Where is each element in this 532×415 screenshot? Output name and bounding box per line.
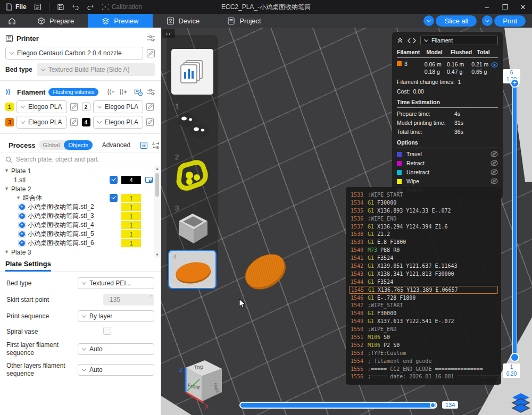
- edit-filament-4-icon[interactable]: [146, 118, 154, 126]
- print-options-button[interactable]: [482, 15, 493, 26]
- skirt-start-input[interactable]: -135°: [103, 294, 154, 306]
- add-filament-icon[interactable]: [119, 88, 127, 96]
- tree-item-stl6[interactable]: +小鸡桌面收纳笔筒.stl_61: [0, 239, 161, 248]
- tree-item-stl3[interactable]: +小鸡桌面收纳笔筒.stl_31: [0, 211, 161, 221]
- edit-filament-3-icon[interactable]: [70, 118, 78, 126]
- gcode-panel[interactable]: 1533;WIPE_START 1534G1F30000 1535G1X136.…: [346, 187, 501, 385]
- filament-badge[interactable]: 1: [121, 239, 141, 247]
- first-layer-seq-select[interactable]: Auto: [78, 343, 154, 355]
- filament-badge[interactable]: 1: [121, 203, 141, 211]
- minimize-button[interactable]: –: [478, 0, 496, 14]
- tree-plate-2[interactable]: ▼Plate 2: [0, 184, 161, 193]
- printer-settings-icon[interactable]: [147, 35, 155, 42]
- filament-sync-icon[interactable]: [134, 88, 143, 96]
- checkbox-checked[interactable]: [110, 176, 118, 184]
- layer-slider-bottom-handle[interactable]: [510, 353, 519, 362]
- gcode-view-icon[interactable]: [408, 38, 416, 44]
- search-input[interactable]: [16, 156, 155, 163]
- collapse-panel-icon[interactable]: [397, 37, 403, 44]
- plate-bed-type-select[interactable]: Textured PEI...: [78, 277, 154, 289]
- filament-1-select[interactable]: Elegoo PLA: [16, 100, 67, 113]
- plate-3-thumbnail[interactable]: 3: [171, 202, 213, 248]
- plate-1-thumbnail[interactable]: 1: [171, 100, 213, 146]
- collapse-arrow-icon[interactable]: ▼: [16, 196, 21, 200]
- filament-2-swatch[interactable]: 2: [82, 103, 90, 111]
- tab-prepare[interactable]: Prepare: [23, 14, 88, 28]
- filament-3-swatch[interactable]: 3: [5, 118, 14, 126]
- redo-icon[interactable]: [87, 3, 94, 11]
- filament-4-select[interactable]: Elegoo PLA: [93, 116, 144, 129]
- tree-plate-1[interactable]: ▼Plate 1: [0, 166, 161, 175]
- scope-objects[interactable]: Objects: [64, 140, 92, 150]
- tree-item-stl2[interactable]: +小鸡桌面收纳笔筒.stl_21: [0, 202, 161, 211]
- print-sequence-select[interactable]: By layer: [78, 310, 154, 322]
- remove-filament-icon[interactable]: [106, 88, 115, 96]
- filament-badge[interactable]: 1: [121, 194, 141, 202]
- tree-group[interactable]: ▼组合体 1: [0, 193, 161, 202]
- slice-options-button[interactable]: [423, 15, 434, 26]
- move-slider-track[interactable]: [239, 402, 437, 409]
- eye-hidden-icon[interactable]: [491, 169, 498, 175]
- filament-badge[interactable]: 1: [121, 212, 141, 220]
- tree-item-1stl[interactable]: 1.stl 4: [0, 175, 161, 184]
- eye-hidden-icon[interactable]: [491, 151, 498, 157]
- maximize-button[interactable]: ❐: [496, 0, 514, 14]
- eye-visible-icon[interactable]: [491, 62, 498, 68]
- compare-ab-icon[interactable]: AB: [152, 141, 161, 149]
- filament-badge[interactable]: 1: [121, 221, 141, 229]
- filament-4-swatch[interactable]: 4: [82, 118, 90, 126]
- print-button[interactable]: Print: [494, 15, 526, 27]
- tab-preview[interactable]: Preview: [88, 14, 152, 28]
- eye-hidden-icon[interactable]: [491, 178, 498, 184]
- scroll-thumb[interactable]: [155, 173, 159, 197]
- filament-1-swatch[interactable]: 1: [5, 103, 14, 111]
- printer-select[interactable]: Elegoo Centauri Carbon 2 0.4 nozzle: [5, 47, 143, 60]
- collapse-arrow-icon[interactable]: ▼: [4, 250, 9, 255]
- edit-filament-1-icon[interactable]: [70, 103, 78, 111]
- collapse-arrow-icon[interactable]: ▼: [4, 187, 9, 191]
- move-slider-handle[interactable]: [430, 402, 436, 408]
- checkbox-checked[interactable]: [110, 194, 118, 202]
- model-object-orange[interactable]: [236, 244, 294, 298]
- slice-all-button[interactable]: Slice all: [436, 15, 477, 27]
- spiral-vase-checkbox[interactable]: [103, 327, 111, 335]
- edit-filament-2-icon[interactable]: [146, 103, 154, 111]
- filament-3-select[interactable]: Elegoo PLA: [16, 116, 67, 129]
- filament-badge[interactable]: 1: [121, 230, 141, 238]
- layer-slider-top-handle[interactable]: +: [510, 79, 519, 88]
- scroll-down-icon[interactable]: ▼: [155, 252, 160, 258]
- tab-project[interactable]: Project: [213, 14, 275, 28]
- undo-icon[interactable]: [72, 3, 79, 11]
- all-plates-thumbnail[interactable]: [171, 49, 213, 95]
- scroll-up-icon[interactable]: ▲: [155, 166, 160, 172]
- tree-item-stl4[interactable]: +小鸡桌面收纳笔筒.stl_41: [0, 221, 161, 230]
- tree-item-stl5[interactable]: +小鸡桌面收纳笔筒.stl_51: [0, 230, 161, 239]
- eye-hidden-icon[interactable]: [491, 160, 498, 166]
- tab-device[interactable]: Device: [153, 14, 214, 28]
- menu-icon[interactable]: [34, 3, 41, 11]
- viewport-3d[interactable]: ‹› 1 2: [161, 28, 532, 415]
- process-list-icon[interactable]: [140, 141, 148, 149]
- save-icon[interactable]: [57, 3, 64, 11]
- stats-view-select[interactable]: Filament: [420, 36, 498, 45]
- flushing-volumes-button[interactable]: Flushing volumes: [48, 88, 98, 96]
- plate-settings-icon[interactable]: [145, 176, 153, 184]
- plate-4-thumbnail-selected[interactable]: 4: [168, 250, 217, 289]
- gcode-highlighted-line[interactable]: 1545G1X136.765 Y123.389 E.06657: [349, 286, 498, 294]
- tree-scrollbar[interactable]: ▲▼: [154, 166, 160, 258]
- home-button[interactable]: [0, 14, 23, 28]
- other-layers-seq-select[interactable]: Auto: [78, 364, 154, 376]
- collapse-arrow-icon[interactable]: ▼: [4, 168, 9, 173]
- edit-printer-icon[interactable]: [146, 49, 155, 58]
- scope-global[interactable]: Global: [39, 142, 64, 148]
- plate-settings-tab[interactable]: Plate Settings: [0, 258, 161, 272]
- orientation-cube[interactable]: Top Front Right Z X: [174, 356, 227, 415]
- calibration-menu[interactable]: Calibration: [102, 3, 142, 11]
- tree-plate-3[interactable]: ▼Plate 3: [0, 248, 161, 257]
- filament-settings-icon[interactable]: [147, 88, 155, 96]
- file-menu[interactable]: File: [5, 3, 27, 11]
- filament-badge[interactable]: 4: [121, 176, 141, 184]
- bed-type-select[interactable]: Textured Build Plate (Side A): [37, 63, 155, 76]
- plate-2-thumbnail[interactable]: 2: [171, 151, 213, 197]
- close-button[interactable]: ✕: [514, 0, 532, 14]
